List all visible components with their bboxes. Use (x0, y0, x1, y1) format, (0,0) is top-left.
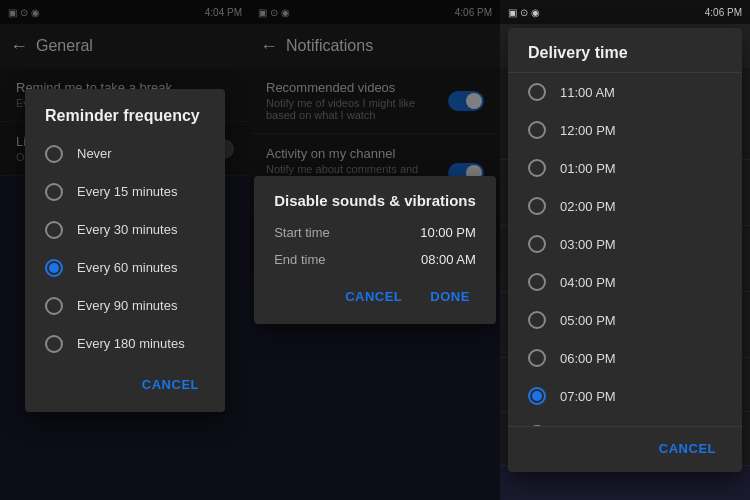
option-label-30min: Every 30 minutes (77, 222, 177, 237)
delivery-label-1: 12:00 PM (560, 123, 616, 138)
overlay-1: Reminder frequency Never Every 15 minute… (0, 0, 250, 500)
status-right-3: 4:06 PM (705, 7, 742, 18)
cancel-button-2[interactable]: CANCEL (335, 283, 412, 310)
status-left-3: ▣ ⊙ ◉ (508, 7, 540, 18)
delivery-label-6: 05:00 PM (560, 313, 616, 328)
signal-icon-3: ▣ ⊙ ◉ (508, 7, 540, 18)
start-value[interactable]: 10:00 PM (420, 225, 476, 240)
sounds-title: Disable sounds & vibrations (254, 176, 496, 219)
radio-0600pm[interactable] (528, 349, 546, 367)
option-label-15min: Every 15 minutes (77, 184, 177, 199)
option-label-90min: Every 90 minutes (77, 298, 177, 313)
status-bar-3: ▣ ⊙ ◉ 4:06 PM (500, 0, 750, 24)
radio-0500pm[interactable] (528, 311, 546, 329)
delivery-label-7: 06:00 PM (560, 351, 616, 366)
delivery-option-6[interactable]: 05:00 PM (508, 301, 742, 339)
sounds-dialog: Disable sounds & vibrations Start time 1… (254, 176, 496, 324)
radio-15min[interactable] (45, 183, 63, 201)
panel-notifications: ▣ ⊙ ◉ 4:06 PM ← Notifications Recommende… (250, 0, 500, 500)
option-90min[interactable]: Every 90 minutes (25, 287, 225, 325)
radio-1200pm[interactable] (528, 121, 546, 139)
delivery-option-2[interactable]: 01:00 PM (508, 149, 742, 187)
radio-60min[interactable] (45, 259, 63, 277)
dialog-actions-1: CANCEL (25, 363, 225, 412)
start-label: Start time (274, 225, 330, 240)
cancel-button-3[interactable]: CANCEL (649, 435, 726, 462)
option-never[interactable]: Never (25, 135, 225, 173)
sounds-end-row: End time 08:00 AM (254, 246, 496, 273)
option-15min[interactable]: Every 15 minutes (25, 173, 225, 211)
delivery-title: Delivery time (508, 28, 742, 73)
overlay-2: Disable sounds & vibrations Start time 1… (250, 0, 500, 500)
delivery-option-7[interactable]: 06:00 PM (508, 339, 742, 377)
radio-never[interactable] (45, 145, 63, 163)
delivery-label-0: 11:00 AM (560, 85, 615, 100)
option-label-never: Never (77, 146, 112, 161)
radio-30min[interactable] (45, 221, 63, 239)
time-3: 4:06 PM (705, 7, 742, 18)
sounds-actions: CANCEL DONE (254, 273, 496, 324)
end-label: End time (274, 252, 325, 267)
option-label-60min: Every 60 minutes (77, 260, 177, 275)
delivery-label-8: 07:00 PM (560, 389, 616, 404)
option-60min[interactable]: Every 60 minutes (25, 249, 225, 287)
radio-0700pm[interactable] (528, 387, 546, 405)
delivery-option-9[interactable]: 08:00 PM (508, 415, 742, 426)
delivery-option-4[interactable]: 03:00 PM (508, 225, 742, 263)
done-button[interactable]: DONE (420, 283, 480, 310)
option-30min[interactable]: Every 30 minutes (25, 211, 225, 249)
panel-general: ▣ ⊙ ◉ 4:04 PM ← General Remind me to tak… (0, 0, 250, 500)
radio-1100am[interactable] (528, 83, 546, 101)
radio-90min[interactable] (45, 297, 63, 315)
radio-0100pm[interactable] (528, 159, 546, 177)
delivery-options: 11:00 AM 12:00 PM 01:00 PM 02:00 PM 03:0… (508, 73, 742, 426)
delivery-dialog: Delivery time 11:00 AM 12:00 PM 01:00 PM… (508, 28, 742, 472)
delivery-label-5: 04:00 PM (560, 275, 616, 290)
delivery-option-3[interactable]: 02:00 PM (508, 187, 742, 225)
sounds-start-row: Start time 10:00 PM (254, 219, 496, 246)
delivery-label-2: 01:00 PM (560, 161, 616, 176)
delivery-actions: CANCEL (508, 426, 742, 472)
radio-180min[interactable] (45, 335, 63, 353)
end-value[interactable]: 08:00 AM (421, 252, 476, 267)
delivery-option-0[interactable]: 11:00 AM (508, 73, 742, 111)
reminder-frequency-dialog: Reminder frequency Never Every 15 minute… (25, 89, 225, 412)
cancel-button-1[interactable]: CANCEL (132, 371, 209, 398)
delivery-option-5[interactable]: 04:00 PM (508, 263, 742, 301)
radio-0300pm[interactable] (528, 235, 546, 253)
dialog-title-1: Reminder frequency (25, 89, 225, 135)
delivery-label-4: 03:00 PM (560, 237, 616, 252)
option-180min[interactable]: Every 180 minutes (25, 325, 225, 363)
delivery-option-8[interactable]: 07:00 PM (508, 377, 742, 415)
delivery-label-3: 02:00 PM (560, 199, 616, 214)
radio-0400pm[interactable] (528, 273, 546, 291)
delivery-option-1[interactable]: 12:00 PM (508, 111, 742, 149)
panel-delivery: ▣ ⊙ ◉ 4:06 PM ← Notifications Mobile Sch… (500, 0, 750, 500)
radio-0200pm[interactable] (528, 197, 546, 215)
option-label-180min: Every 180 minutes (77, 336, 185, 351)
